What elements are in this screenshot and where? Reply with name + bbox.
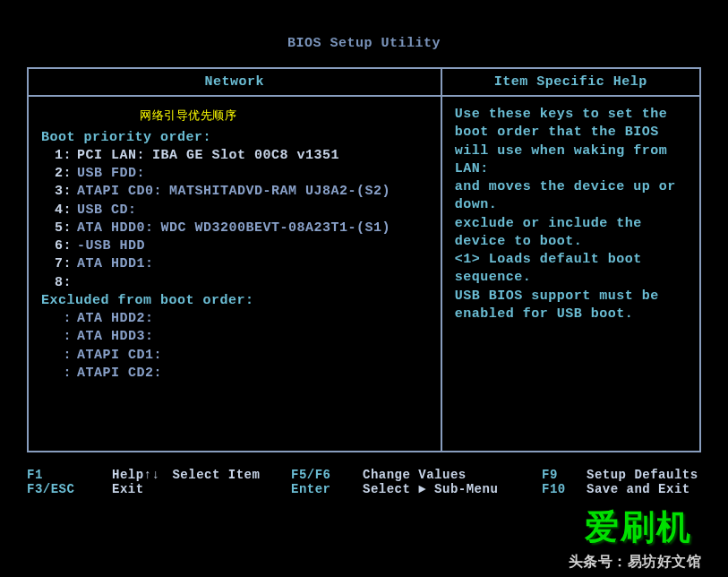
main-frame: Network 网络引导优先顺序 Boot priority order: 1:… [27,67,701,452]
function-key-bar: F1 F3/ESC Help↑↓ Select Item Exit F5/F6 … [27,468,701,496]
left-pane-body: 网络引导优先顺序 Boot priority order: 1:PCI LAN:… [29,97,441,392]
boot-item[interactable]: 1:PCI LAN:IBA GE Slot 00C8 v1351 [41,147,428,165]
boot-item-device: ATA HDD0: [77,220,154,237]
excluded-item-device: ATAPI CD2: [77,365,162,383]
excluded-item-device: ATA HDD3: [77,328,154,346]
help-body: Use these keys to set the boot order tha… [442,97,699,332]
bios-screen: BIOS Setup Utility Network 网络引导优先顺序 Boot… [0,0,728,577]
boot-list[interactable]: 1:PCI LAN:IBA GE Slot 00C8 v13512:USB FD… [41,147,428,292]
fn-select-item-text: Select Item [172,468,260,482]
help-header: Item Specific Help [442,69,699,97]
fn-f10[interactable]: F10 [542,482,587,496]
app-title: BIOS Setup Utility [27,36,701,51]
fn-f5f6[interactable]: F5/F6 [291,468,354,482]
fn-save-exit-text: Save and Exit [587,482,690,496]
boot-item-index: 7: [41,255,77,273]
excluded-item[interactable]: :ATAPI CD1: [41,347,428,365]
watermark-brand: 爱刷机 [585,504,692,550]
boot-item[interactable]: 5:ATA HDD0:WDC WD3200BEVT-08A23T1-(S1) [41,220,428,237]
fn-enter[interactable]: Enter [291,482,354,496]
boot-item[interactable]: 2:USB FDD: [41,165,428,183]
boot-item-index: 5: [41,220,77,237]
boot-item-desc: WDC WD3200BEVT-08A23T1-(S1) [161,220,391,237]
excluded-item[interactable]: :ATA HDD2: [41,310,428,328]
excluded-list[interactable]: :ATA HDD2::ATA HDD3::ATAPI CD1::ATAPI CD… [41,310,428,383]
left-pane: Network 网络引导优先顺序 Boot priority order: 1:… [29,69,442,451]
boot-item-device: -USB HDD [77,237,145,255]
boot-item-index: 1: [41,147,77,165]
boot-priority-label: Boot priority order: [41,129,428,147]
watermark-source: 头条号：易坊好文馆 [569,553,702,572]
boot-item-index: 3: [41,183,77,201]
boot-item-index: 2: [41,165,77,183]
boot-item-device: USB CD: [77,202,137,220]
boot-item-device: USB FDD: [77,165,145,183]
boot-item-desc: IBA GE Slot 00C8 v1351 [152,147,339,165]
boot-item[interactable]: 6:-USB HDD [41,237,428,255]
fn-f1[interactable]: F1 [27,468,90,482]
cn-annotation: 网络引导优先顺序 [140,108,428,124]
boot-item[interactable]: 4:USB CD: [41,202,428,220]
boot-item[interactable]: 7:ATA HDD1: [41,255,428,273]
boot-item-index: 6: [41,237,77,255]
excluded-item-index: : [41,365,77,383]
excluded-item-index: : [41,310,77,328]
excluded-label: Excluded from boot order: [41,292,428,310]
excluded-item-index: : [41,328,77,346]
fn-help-text: Help↑↓ [112,468,159,482]
boot-item-index: 4: [41,202,77,220]
excluded-item-index: : [41,347,77,365]
excluded-item-device: ATAPI CD1: [77,347,162,365]
fn-submenu-text: Select ► Sub-Menu [363,482,498,496]
boot-item[interactable]: 8: [41,274,428,292]
left-pane-header: Network [29,69,441,97]
fn-exit-text: Exit [112,482,144,496]
boot-item-desc: MATSHITADVD-RAM UJ8A2-(S2) [169,183,390,201]
boot-item-device: ATA HDD1: [77,255,154,273]
boot-item-index: 8: [41,274,77,292]
right-pane: Item Specific Help Use these keys to set… [442,69,699,451]
fn-change-values-text: Change Values [363,468,467,482]
fn-f9[interactable]: F9 [542,468,587,482]
boot-item[interactable]: 3:ATAPI CD0:MATSHITADVD-RAM UJ8A2-(S2) [41,183,428,201]
boot-item-device: ATAPI CD0: [77,183,162,201]
fn-defaults-text: Setup Defaults [587,468,698,482]
excluded-item-device: ATA HDD2: [77,310,154,328]
excluded-item[interactable]: :ATAPI CD2: [41,365,428,383]
excluded-item[interactable]: :ATA HDD3: [41,328,428,346]
fn-f3esc[interactable]: F3/ESC [27,482,90,496]
boot-item-device: PCI LAN: [77,147,145,165]
